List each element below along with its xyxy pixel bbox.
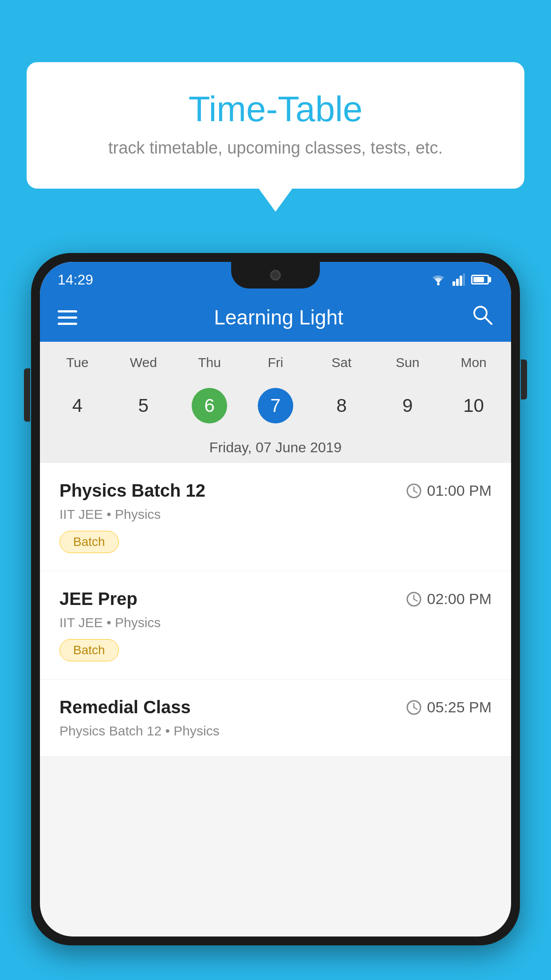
svg-rect-3	[460, 276, 462, 286]
schedule-meta-3: Physics Batch 12 • Physics	[59, 723, 492, 739]
schedule-title-1: Physics Batch 12	[59, 481, 205, 501]
svg-rect-2	[456, 279, 459, 286]
schedule-list: Physics Batch 12 01:00 PM IIT JEE • Phys…	[40, 463, 511, 757]
clock-icon-2	[406, 592, 421, 607]
schedule-title-2: JEE Prep	[59, 589, 138, 609]
schedule-meta-1: IIT JEE • Physics	[59, 507, 492, 522]
schedule-title-3: Remedial Class	[59, 697, 191, 717]
wifi-icon	[430, 273, 446, 286]
date-4[interactable]: 4	[44, 383, 110, 428]
svg-line-12	[414, 599, 417, 601]
schedule-item-1[interactable]: Physics Batch 12 01:00 PM IIT JEE • Phys…	[40, 463, 511, 571]
battery-icon	[471, 275, 489, 285]
date-7[interactable]: 7	[243, 383, 309, 428]
svg-rect-4	[463, 273, 465, 286]
schedule-time-text-1: 01:00 PM	[427, 482, 492, 499]
svg-rect-1	[453, 281, 455, 286]
calendar-days-header: Tue Wed Thu Fri Sat Sun Mon	[40, 342, 511, 379]
date-10[interactable]: 10	[441, 383, 507, 428]
status-icons	[430, 273, 489, 286]
page-subtitle: track timetable, upcoming classes, tests…	[62, 138, 489, 158]
phone-notch	[231, 262, 320, 288]
speech-bubble-container: Time-Table track timetable, upcoming cla…	[27, 62, 524, 189]
batch-badge-1: Batch	[59, 531, 119, 553]
page-title: Time-Table	[62, 89, 489, 130]
phone-inner: 14:29	[40, 262, 511, 937]
batch-badge-2: Batch	[59, 639, 119, 661]
signal-icon	[453, 273, 465, 286]
schedule-time-1: 01:00 PM	[406, 482, 492, 499]
camera	[270, 270, 281, 281]
date-9[interactable]: 9	[374, 383, 441, 428]
day-mon[interactable]: Mon	[441, 351, 507, 375]
day-fri[interactable]: Fri	[243, 351, 309, 375]
day-thu[interactable]: Thu	[177, 351, 243, 375]
phone-outer: 14:29	[31, 253, 520, 945]
schedule-item-3[interactable]: Remedial Class 05:25 PM Physics Batch 12…	[40, 680, 511, 757]
day-tue[interactable]: Tue	[44, 351, 110, 375]
date-8[interactable]: 8	[308, 383, 374, 428]
date-5[interactable]: 5	[110, 383, 177, 428]
app-bar: Learning Light	[40, 293, 511, 342]
schedule-time-2: 02:00 PM	[406, 590, 492, 608]
schedule-meta-2: IIT JEE • Physics	[59, 615, 492, 630]
schedule-time-3: 05:25 PM	[406, 699, 492, 716]
clock-icon-3	[406, 700, 421, 715]
hamburger-icon[interactable]	[58, 310, 77, 325]
day-wed[interactable]: Wed	[110, 351, 177, 375]
svg-point-0	[437, 283, 440, 285]
search-icon[interactable]	[471, 304, 493, 331]
day-sat[interactable]: Sat	[308, 351, 374, 375]
selected-date-label: Friday, 07 June 2019	[40, 432, 511, 463]
schedule-time-text-2: 02:00 PM	[427, 590, 492, 608]
day-sun[interactable]: Sun	[374, 351, 441, 375]
calendar-section: Tue Wed Thu Fri Sat Sun Mon 4 5 6 7 8 9 …	[40, 342, 511, 463]
clock-icon-1	[406, 483, 421, 498]
date-6[interactable]: 6	[177, 383, 243, 428]
app-title: Learning Light	[99, 305, 458, 329]
speech-bubble: Time-Table track timetable, upcoming cla…	[27, 62, 524, 189]
status-time: 14:29	[58, 272, 93, 288]
calendar-dates: 4 5 6 7 8 9 10	[40, 379, 511, 432]
schedule-item-2[interactable]: JEE Prep 02:00 PM IIT JEE • Physics Batc…	[40, 571, 511, 680]
svg-line-6	[485, 317, 492, 324]
schedule-time-text-3: 05:25 PM	[427, 699, 492, 716]
svg-line-9	[414, 491, 417, 493]
svg-line-15	[414, 707, 417, 709]
phone-frame: 14:29	[31, 253, 520, 980]
